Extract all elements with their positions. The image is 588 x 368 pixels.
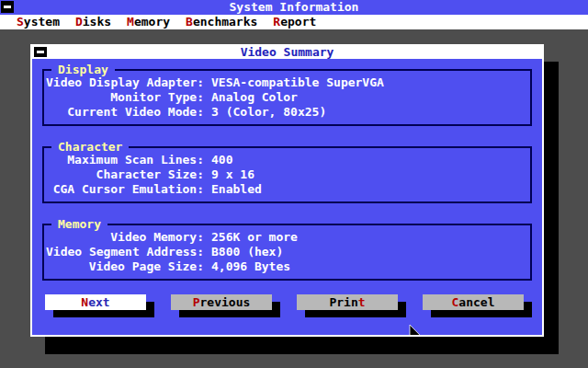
- accel-letter: t: [358, 295, 366, 309]
- print-button[interactable]: Print: [297, 294, 398, 310]
- row-value: 4,096 Bytes: [211, 259, 290, 274]
- dialog-title: Video Summary: [241, 46, 334, 59]
- accel-letter: P: [193, 295, 200, 309]
- row-label: Monitor Type:: [46, 90, 204, 105]
- row-value: 9 x 16: [211, 167, 254, 182]
- row-label: CGA Cursor Emulation:: [46, 182, 204, 197]
- app-system-menu-button[interactable]: [1, 1, 14, 13]
- row-value: Enabled: [211, 182, 262, 197]
- row-label: Video Display Adapter:: [46, 75, 204, 90]
- info-row: Video Memory:256K or more: [46, 230, 530, 245]
- label-text: emory: [134, 15, 170, 29]
- group-title: Display: [51, 63, 115, 76]
- group-title: Character: [51, 140, 129, 154]
- accel-letter: R: [273, 15, 280, 29]
- screen: System Information SystemDisksMemoryBenc…: [0, 0, 588, 368]
- group-title: Memory: [51, 217, 107, 231]
- info-row: Current Video Mode:3 (Color, 80x25): [46, 105, 530, 120]
- minus-icon: [37, 51, 44, 53]
- label-text: ext: [88, 295, 109, 309]
- label-text: Prin: [329, 295, 357, 309]
- info-row: Monitor Type:Analog Color: [46, 90, 530, 105]
- label-text: revious: [200, 295, 251, 309]
- label-text: enchmarks: [193, 15, 257, 29]
- group-box-memory: MemoryVideo Memory:256K or moreVideo Seg…: [42, 224, 532, 281]
- accel-letter: S: [17, 15, 24, 29]
- accel-letter: M: [127, 15, 134, 29]
- app-title: System Information: [230, 0, 359, 15]
- row-value: B800 (hex): [211, 245, 283, 259]
- row-value: 400: [211, 153, 232, 167]
- group-box-character: CharacterMaximum Scan Lines:400Character…: [42, 146, 532, 203]
- label-text: ystem: [24, 15, 60, 29]
- label-text: eport: [280, 15, 316, 29]
- row-label: Video Segment Address:: [46, 245, 204, 259]
- row-value: 3 (Color, 80x25): [211, 105, 326, 120]
- row-value: Analog Color: [211, 90, 298, 105]
- menu-bar: SystemDisksMemoryBenchmarksReport: [0, 15, 588, 29]
- label-text: ancel: [458, 295, 494, 309]
- accel-letter: N: [81, 295, 88, 309]
- accel-letter: B: [186, 15, 193, 29]
- row-value: VESA-compatible SuperVGA: [211, 75, 384, 90]
- mouse-cursor-icon: [409, 325, 422, 335]
- info-row: Character Size:9 x 16: [46, 167, 530, 182]
- row-label: Maximum Scan Lines:: [46, 153, 204, 167]
- dialog-titlebar: Video Summary: [32, 46, 542, 59]
- menu-item-disks[interactable]: Disks: [75, 15, 111, 29]
- row-label: Character Size:: [46, 167, 204, 182]
- info-row: Maximum Scan Lines:400: [46, 153, 530, 167]
- video-summary-dialog: Video Summary DisplayVideo Display Adapt…: [30, 44, 544, 337]
- row-label: Current Video Mode:: [46, 105, 204, 120]
- info-row: CGA Cursor Emulation:Enabled: [46, 182, 530, 197]
- groups-container: DisplayVideo Display Adapter:VESA-compat…: [32, 69, 542, 281]
- menu-item-report[interactable]: Report: [273, 15, 316, 29]
- button-row: NextPreviousPrintCancel: [32, 294, 542, 310]
- row-label: Video Page Size:: [46, 259, 204, 274]
- menu-item-system[interactable]: System: [17, 15, 60, 29]
- previous-button[interactable]: Previous: [171, 294, 272, 310]
- label-text: isks: [83, 15, 111, 29]
- dialog-system-menu-button[interactable]: [34, 47, 47, 57]
- cancel-button[interactable]: Cancel: [423, 294, 524, 310]
- info-row: Video Display Adapter:VESA-compatible Su…: [46, 75, 530, 90]
- app-titlebar: System Information: [0, 0, 588, 15]
- dialog-body: DisplayVideo Display Adapter:VESA-compat…: [32, 59, 542, 335]
- info-row: Video Page Size:4,096 Bytes: [46, 259, 530, 274]
- info-row: Video Segment Address:B800 (hex): [46, 245, 530, 259]
- row-label: Video Memory:: [46, 230, 204, 245]
- group-box-display: DisplayVideo Display Adapter:VESA-compat…: [42, 69, 532, 126]
- next-button[interactable]: Next: [45, 294, 146, 310]
- accel-letter: D: [75, 15, 83, 29]
- menu-item-benchmarks[interactable]: Benchmarks: [186, 15, 257, 29]
- row-value: 256K or more: [211, 230, 298, 245]
- minus-icon: [4, 6, 11, 8]
- menu-item-memory[interactable]: Memory: [127, 15, 170, 29]
